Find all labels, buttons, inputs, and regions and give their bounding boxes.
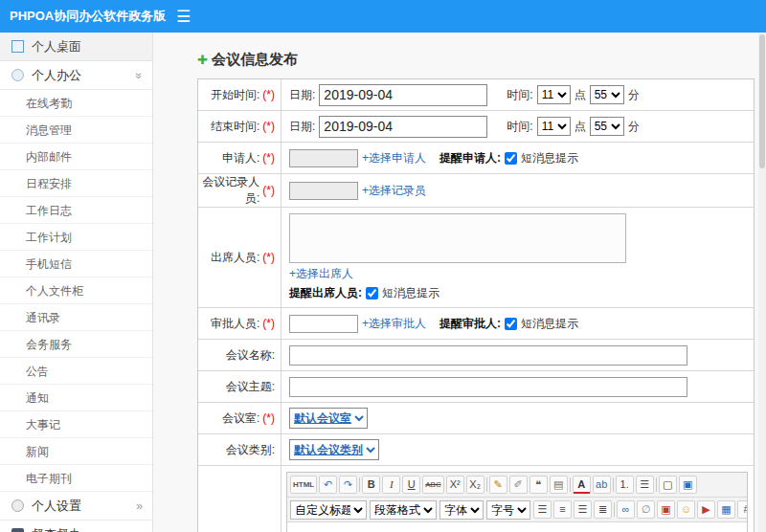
meeting-form: 开始时间: (*) 日期: 时间: 11 点 55 分 结束时间: (*) 日期…: [197, 78, 755, 532]
font-family-select[interactable]: 字体: [439, 500, 484, 520]
start-date-input[interactable]: [319, 84, 487, 106]
end-date-input[interactable]: [319, 116, 487, 138]
ordered-list-icon[interactable]: 1.: [616, 476, 634, 494]
new-document-icon[interactable]: ▢: [659, 476, 677, 494]
meeting-subject-input[interactable]: [289, 377, 687, 397]
superscript-icon[interactable]: X²: [446, 476, 464, 494]
applicant-sms-checkbox[interactable]: [505, 152, 517, 165]
sidebar-item[interactable]: 消息管理: [0, 117, 152, 144]
sidebar-section-supervise[interactable]: 督查督办 »: [0, 521, 152, 532]
paragraph-format-select[interactable]: 段落格式: [370, 500, 437, 520]
form-row-meeting-room: 会议室: (*) 默认会议室: [198, 403, 754, 434]
sidebar-item[interactable]: 日程安排: [0, 170, 152, 197]
separator[interactable]: [656, 477, 657, 492]
remove-format-icon[interactable]: ✐: [509, 476, 528, 494]
template-icon[interactable]: ▤: [550, 476, 568, 494]
sidebar-item[interactable]: 在线考勤: [0, 90, 152, 117]
align-right-icon[interactable]: ☰: [574, 500, 592, 519]
redo-icon[interactable]: ↷: [339, 476, 357, 494]
main-content: ✚ 会议信息发布 开始时间: (*) 日期: 时间: 11 点 55 分 结束时…: [153, 33, 758, 532]
attendees-sms-checkbox[interactable]: [366, 287, 378, 299]
start-hour-select[interactable]: 11: [537, 85, 571, 104]
required-mark: (*): [262, 251, 275, 264]
html-source-button[interactable]: HTML: [290, 476, 317, 494]
scrollbar-thumb[interactable]: [759, 34, 765, 168]
sidebar: 个人桌面 个人办公 » 在线考勤 消息管理 内部邮件 日程安排 工作日志 工作计…: [0, 33, 153, 532]
fullscreen-icon[interactable]: ▣: [679, 476, 697, 494]
attendees-textarea[interactable]: [289, 213, 626, 263]
menu-icon[interactable]: ☰: [176, 9, 191, 25]
align-left-icon[interactable]: ☰: [533, 500, 552, 519]
page-scrollbar[interactable]: [758, 33, 766, 532]
bold-icon[interactable]: B: [362, 476, 380, 494]
separator[interactable]: [486, 477, 487, 492]
applicant-input[interactable]: [289, 149, 358, 167]
sidebar-item[interactable]: 通知: [0, 385, 152, 411]
unordered-list-icon[interactable]: ☰: [636, 476, 654, 494]
top-header: PHPOA协同办公软件政务版 ☰: [0, 0, 766, 33]
choose-approver-link[interactable]: +选择审批人: [362, 316, 426, 332]
image-icon[interactable]: ▣: [657, 500, 675, 519]
recorder-input[interactable]: [289, 182, 358, 200]
sidebar-item[interactable]: 通讯录: [0, 304, 152, 331]
approver-input[interactable]: [289, 315, 358, 333]
end-minute-select[interactable]: 55: [590, 117, 624, 136]
strikethrough-icon[interactable]: ABC: [422, 476, 443, 494]
sidebar-item[interactable]: 大事记: [0, 411, 152, 438]
meeting-room-select[interactable]: 默认会议室: [289, 408, 368, 429]
font-color-icon[interactable]: A: [573, 476, 591, 494]
format-painter-icon[interactable]: ✎: [489, 476, 507, 494]
choose-attendees-link[interactable]: +选择出席人: [289, 266, 353, 282]
start-minute-select[interactable]: 55: [590, 85, 624, 104]
sidebar-item[interactable]: 电子期刊: [0, 465, 152, 492]
sidebar-item[interactable]: 公告: [0, 358, 152, 385]
meeting-subject-label: 会议主题:: [226, 379, 275, 395]
sidebar-item-desktop[interactable]: 个人桌面: [0, 33, 152, 61]
time-label: 时间:: [507, 119, 532, 135]
editor-content-area[interactable]: [287, 522, 747, 532]
table-icon[interactable]: ▦: [717, 500, 735, 519]
meeting-category-select[interactable]: 默认会议类别: [289, 439, 379, 460]
sidebar-item[interactable]: 会务服务: [0, 331, 152, 358]
link-icon[interactable]: ∞: [617, 500, 635, 519]
emoticon-icon[interactable]: ☺: [677, 500, 695, 519]
sidebar-item[interactable]: 个人文件柜: [0, 277, 152, 304]
formula-icon[interactable]: #: [737, 500, 747, 519]
sidebar-item[interactable]: 内部邮件: [0, 144, 152, 170]
separator[interactable]: [614, 502, 615, 517]
sidebar-item[interactable]: 新闻: [0, 438, 152, 465]
sidebar-item[interactable]: 工作日志: [0, 197, 152, 224]
justify-icon[interactable]: ≣: [594, 500, 612, 519]
end-hour-select[interactable]: 11: [537, 117, 571, 136]
undo-icon[interactable]: ↶: [319, 476, 337, 494]
sidebar-section-label: 个人设置: [32, 498, 81, 515]
meeting-name-input[interactable]: [289, 345, 687, 366]
form-row-attendees: 出席人员: (*) +选择出席人 提醒出席人员: 短消息提示: [198, 208, 754, 308]
choose-recorder-link[interactable]: +选择记录员: [362, 183, 426, 199]
separator[interactable]: [570, 477, 571, 492]
subscript-icon[interactable]: X₂: [466, 476, 484, 494]
align-center-icon[interactable]: ≡: [553, 500, 572, 519]
sidebar-item[interactable]: 工作计划: [0, 224, 152, 251]
highlight-color-icon[interactable]: ab: [593, 476, 611, 494]
monitor-icon: [11, 40, 24, 53]
italic-icon[interactable]: I: [382, 476, 400, 494]
hour-unit: 点: [574, 87, 586, 103]
sidebar-section-office[interactable]: 个人办公 »: [0, 61, 152, 90]
minute-unit: 分: [628, 119, 640, 135]
separator[interactable]: [613, 477, 614, 492]
sidebar-section-settings[interactable]: 个人设置 »: [0, 492, 152, 521]
approver-sms-checkbox[interactable]: [505, 318, 517, 330]
sms-label: 短消息提示: [382, 285, 439, 301]
separator[interactable]: [359, 477, 360, 492]
app-title: PHPOA协同办公软件政务版: [0, 8, 163, 25]
media-icon[interactable]: ▶: [697, 500, 715, 519]
choose-applicant-link[interactable]: +选择申请人: [362, 150, 426, 166]
sidebar-item[interactable]: 手机短信: [0, 251, 152, 277]
font-size-select[interactable]: 字号: [486, 500, 530, 520]
blockquote-icon[interactable]: ❝: [529, 476, 548, 494]
underline-icon[interactable]: U: [402, 476, 420, 494]
clipboard-icon: [11, 528, 24, 532]
unlink-icon[interactable]: ∅: [637, 500, 655, 519]
custom-heading-select[interactable]: 自定义标题: [290, 500, 367, 520]
